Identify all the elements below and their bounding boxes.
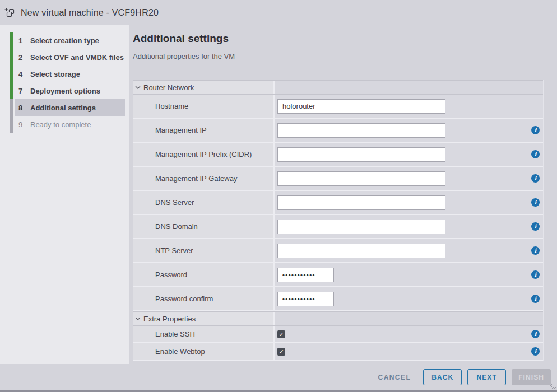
step-number: 2 — [17, 53, 24, 62]
password-input[interactable] — [277, 268, 334, 282]
field-value-cell: i — [275, 191, 543, 214]
progress-track-done — [10, 32, 13, 99]
field-value-cell: ✓i — [275, 326, 543, 342]
wizard-steps-sidebar: 1Select creation type2Select OVF and VMD… — [0, 25, 129, 364]
info-icon[interactable]: i — [531, 270, 540, 279]
enable-ssh-checkbox[interactable]: ✓ — [277, 330, 285, 338]
sidebar-step-select-ovf-and-vmdk-files[interactable]: 2Select OVF and VMDK files — [15, 49, 125, 66]
field-value-cell: ✓i — [275, 343, 543, 360]
table-row: Hostname — [133, 95, 543, 119]
field-value-cell: i — [275, 167, 543, 190]
step-label: Ready to complete — [30, 120, 91, 129]
finish-button[interactable]: FINISH — [512, 369, 551, 385]
info-icon[interactable]: i — [531, 174, 540, 183]
resize-grip[interactable] — [550, 384, 556, 389]
info-icon[interactable]: i — [531, 222, 540, 231]
field-label: Password — [133, 270, 187, 279]
dns-domain-input[interactable] — [277, 220, 445, 234]
field-value-cell: i — [275, 263, 543, 286]
wizard-footer: CANCELBACKNEXTFINISH — [0, 364, 557, 390]
step-label: Select OVF and VMDK files — [30, 53, 124, 62]
new-vm-plus-icon — [4, 7, 16, 18]
management-ip-gateway-input[interactable] — [277, 171, 445, 186]
table-row: Management IP Prefix (CIDR)i — [133, 143, 543, 167]
table-row: DNS Serveri — [133, 191, 543, 215]
field-value-cell: i — [275, 239, 543, 262]
window-title: New virtual machine - VCF9HR20 — [21, 8, 159, 18]
wizard-steps: 1Select creation type2Select OVF and VMD… — [0, 32, 129, 133]
table-row: Management IP Gatewayi — [133, 167, 543, 191]
field-label-cell: Management IP Gateway — [133, 167, 275, 190]
table-row: Enable SSH✓i — [133, 326, 543, 343]
field-label-cell: Hostname — [133, 95, 275, 118]
field-value-cell: i — [275, 215, 543, 238]
sidebar-step-ready-to-complete[interactable]: 9Ready to complete — [15, 116, 125, 133]
progress-track — [10, 32, 13, 133]
back-button[interactable]: BACK — [423, 369, 462, 385]
sidebar-step-select-storage[interactable]: 4Select storage — [15, 66, 125, 82]
field-label-cell: Password — [133, 263, 275, 286]
field-value-cell: i — [275, 119, 543, 142]
field-label: Enable SSH — [133, 330, 195, 338]
section-title-cell: Router Network — [133, 81, 275, 94]
step-number: 4 — [17, 70, 24, 78]
section-header-router-network[interactable]: Router Network — [133, 80, 543, 95]
info-icon[interactable]: i — [531, 347, 540, 356]
next-button[interactable]: NEXT — [467, 369, 506, 385]
dns-server-input[interactable] — [277, 195, 445, 210]
step-number: 1 — [17, 36, 24, 45]
field-label: NTP Server — [133, 246, 193, 255]
step-label: Select storage — [30, 70, 80, 78]
field-label-cell: Management IP — [133, 119, 275, 142]
step-label: Additional settings — [30, 104, 96, 112]
wizard-page: Additional settings Additional propertie… — [129, 25, 557, 364]
page-title: Additional settings — [133, 32, 544, 45]
progress-track-todo — [10, 99, 13, 133]
info-icon[interactable]: i — [531, 295, 540, 303]
step-number: 7 — [17, 87, 24, 95]
table-row: NTP Serveri — [133, 239, 543, 263]
field-label: Management IP Gateway — [133, 174, 237, 183]
info-icon[interactable]: i — [531, 150, 540, 158]
field-label-cell: Password confirm — [133, 287, 275, 310]
header-divider — [133, 67, 544, 67]
wizard-body: 1Select creation type2Select OVF and VMD… — [0, 25, 557, 364]
page-subtitle: Additional properties for the VM — [133, 52, 544, 60]
step-number: 9 — [17, 120, 24, 129]
table-row: Passwordi — [133, 263, 543, 287]
field-value-cell — [275, 95, 543, 118]
field-label: DNS Domain — [133, 222, 198, 231]
settings-table: Router NetworkHostnameManagement IPiMana… — [133, 80, 544, 361]
section-title-cell: Extra Properties — [133, 312, 275, 325]
section-header-extra-properties[interactable]: Extra Properties — [133, 311, 543, 326]
management-ip-prefix-cidr-input[interactable] — [277, 147, 445, 162]
field-label: DNS Server — [133, 198, 194, 207]
sidebar-step-deployment-options[interactable]: 7Deployment options — [15, 82, 125, 99]
management-ip-input[interactable] — [277, 123, 445, 138]
cancel-button[interactable]: CANCEL — [372, 369, 418, 385]
info-icon[interactable]: i — [531, 246, 540, 255]
table-row: DNS Domaini — [133, 215, 543, 239]
field-value-cell: i — [275, 287, 543, 310]
chevron-down-icon — [135, 86, 141, 89]
info-icon[interactable]: i — [531, 198, 540, 207]
field-label: Management IP Prefix (CIDR) — [133, 150, 252, 158]
section-header-spacer — [275, 312, 543, 325]
enable-webtop-checkbox[interactable]: ✓ — [277, 348, 285, 356]
field-label: Password confirm — [133, 295, 213, 303]
sidebar-step-additional-settings[interactable]: 8Additional settings — [15, 99, 125, 116]
sidebar-step-select-creation-type[interactable]: 1Select creation type — [15, 32, 125, 49]
info-icon[interactable]: i — [531, 126, 540, 134]
field-value-cell: i — [275, 143, 543, 166]
ntp-server-input[interactable] — [277, 244, 445, 258]
info-icon[interactable]: i — [531, 330, 540, 338]
chevron-down-icon — [135, 317, 141, 320]
password-confirm-input[interactable] — [277, 292, 334, 306]
field-label-cell: Management IP Prefix (CIDR) — [133, 143, 275, 166]
field-label: Hostname — [133, 102, 188, 110]
hostname-input[interactable] — [277, 99, 445, 114]
new-vm-wizard-window: New virtual machine - VCF9HR20 1Select c… — [0, 0, 557, 392]
section-title: Extra Properties — [143, 315, 196, 323]
step-label: Deployment options — [30, 87, 100, 95]
step-number: 8 — [17, 104, 24, 112]
